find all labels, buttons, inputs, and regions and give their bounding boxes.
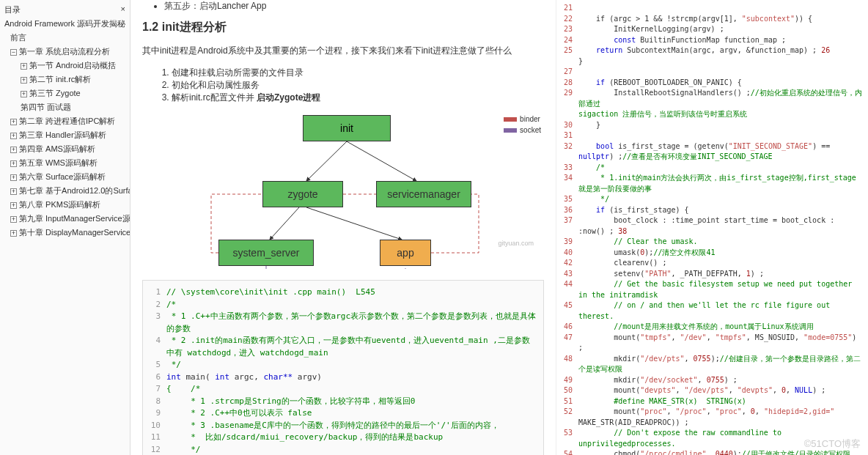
toc-tree: Android Framework 源码开发揭秘前言−第一章 系统启动流程分析+…	[1, 17, 128, 240]
code-line: 40 umask(0);//清空文件权限41	[562, 248, 862, 259]
content-pane: 第五步：启动Lancher App 1.2 init进程分析 其中init进程是…	[130, 0, 556, 455]
expand-icon[interactable]: +	[10, 174, 17, 181]
expand-icon[interactable]: +	[10, 202, 17, 209]
code-line: 28 if (REBOOT_BOOTLOADER_ON_PANIC) {	[562, 78, 862, 89]
code-line: 33 /*	[562, 163, 862, 174]
expand-icon[interactable]: +	[10, 147, 17, 153]
code-line: 30 }	[562, 120, 862, 131]
expand-icon[interactable]: +	[10, 133, 17, 139]
toc-item[interactable]: +第二章 跨进程通信IPC解析	[4, 114, 128, 128]
diagram-node-app: app	[380, 240, 431, 266]
code-line: 39 // Clear the umask.	[562, 237, 862, 248]
code-line: 12 */	[149, 444, 537, 455]
code-line: 50 mount("devpts", "/dev/pts", "devpts",…	[562, 385, 862, 396]
code-line: 22 if (argc > 1 && !strcmp(argv[1], "sub…	[562, 14, 862, 25]
toc-item[interactable]: +第二节 init.rc解析	[4, 73, 128, 86]
close-icon[interactable]: ×	[121, 4, 125, 15]
code-line: 24 const BuiltinFunctionMap function_map…	[562, 35, 862, 46]
toc-title: 目录	[4, 4, 21, 15]
toc-item[interactable]: −第一章 系统启动流程分析	[4, 45, 128, 59]
toc-item[interactable]: +第三节 Zygote	[4, 86, 128, 100]
expand-icon[interactable]: +	[21, 91, 27, 97]
code-line: 7{ /*	[149, 383, 537, 396]
code-line: 6int main( int argc, char** argv)	[149, 371, 537, 384]
intro-paragraph: 其中init进程是Android系统中及其重要的第一个进程，接下来我们来看下in…	[142, 44, 544, 58]
toc-item[interactable]: +第九章 InputManagerService源码解析	[4, 212, 128, 226]
step-item: 创建和挂载启动所需要的文件目录	[172, 67, 544, 79]
code-block-left: 1// \system\core\init\init .cpp main() L…	[142, 280, 544, 455]
code-line: 10 * 3 .basename是C库中的一个函数，得到特定的路径中的最后一个'…	[149, 420, 537, 432]
code-line: 29 InstallRebootSignalHandlers() ;//初始化重…	[562, 88, 862, 109]
diagram-credit: gityuan.com	[498, 240, 534, 247]
code-line: 44 // Get the basic filesystem setup we …	[562, 279, 862, 300]
diagram-node-zygote: zygote	[262, 181, 343, 207]
toc-item[interactable]: +第一节 Android启动概括	[4, 59, 128, 73]
toc-item[interactable]: +第三章 Handler源码解析	[4, 128, 128, 142]
code-line: 5 */	[149, 359, 537, 371]
svg-line-1	[347, 141, 416, 181]
code-line: 47 mount("tmpfs", "/dev", "tmpfs", MS_NO…	[562, 333, 862, 354]
diagram-node-systemserver: system_server	[218, 240, 314, 266]
diagram-node-init: init	[303, 115, 391, 141]
diagram-legend: bindersocket	[504, 115, 541, 137]
code-line: 23 InitKernelLogging(argv) ;	[562, 24, 862, 35]
svg-line-2	[270, 207, 299, 240]
diagram-node-servicemanager: servicemanager	[376, 181, 471, 207]
toc-item[interactable]: 第四节 面试题	[4, 100, 128, 114]
toc-item[interactable]: 前言	[4, 31, 128, 45]
code-line: 46 //mount是用来挂载文件系统的，mount属于Linux系统调用	[562, 322, 862, 333]
code-line: MAKE_STR(AID_READPROC)) ;	[562, 418, 862, 429]
code-line: 34 * 1.init的main方法会执行两次，由is_first_stage控…	[562, 173, 862, 194]
legend-item: binder	[504, 115, 541, 123]
code-line: 8 * 1 .strcmp是String的一个函数，比较字符串，相等返回0	[149, 396, 537, 408]
code-line: 11 * 比如/sdcard/miui_recovery/backup，得到的结…	[149, 432, 537, 444]
code-line: 36 if (is_first_stage) {	[562, 205, 862, 216]
code-line: 25 return SubcontextMain(argc, argv, &fu…	[562, 45, 862, 67]
toc-sidebar: 目录 × Android Framework 源码开发揭秘前言−第一章 系统启动…	[0, 0, 130, 455]
step-item: 解析init.rc配置文件并 启动Zygote进程	[172, 92, 544, 104]
expand-icon[interactable]: −	[10, 49, 17, 56]
code-line: 31	[562, 130, 862, 141]
code-line: 2/*	[149, 299, 537, 311]
svg-line-0	[306, 141, 347, 181]
code-line: 4 * 2 .init的main函数有两个其它入口，一是参数中有ueventd，…	[149, 335, 537, 359]
code-line: 42 clearenv() ;	[562, 258, 862, 269]
expand-icon[interactable]: +	[10, 119, 17, 125]
toc-item[interactable]: +第四章 AMS源码解析	[4, 142, 128, 156]
watermark: ©51CTO博客	[804, 437, 861, 451]
toc-item[interactable]: +第六章 Surface源码解析	[4, 170, 128, 184]
code-line: 48 mkdir("/dev/pts", 0755);//创建目录，第一个参数是…	[562, 354, 862, 375]
toc-item[interactable]: +第八章 PKMS源码解析	[4, 198, 128, 212]
code-line: 35 */	[562, 194, 862, 205]
toc-item[interactable]: +第十章 DisplayManagerService源码解析	[4, 226, 128, 240]
expand-icon[interactable]: +	[21, 63, 27, 70]
code-line: 21	[562, 3, 862, 14]
section-heading: 1.2 init进程分析	[142, 20, 544, 35]
code-line: 1// \system\core\init\init .cpp main() L…	[149, 286, 537, 299]
expand-icon[interactable]: +	[21, 77, 27, 84]
code-line: 37 boot_clock : :time_point start_time =…	[562, 215, 862, 237]
code-line: 43 setenv("PATH", _PATH_DEFPATH, 1) ;	[562, 269, 862, 280]
architecture-diagram: init zygote servicemanager system_server…	[189, 115, 497, 269]
code-line: 52 mount("proc", "/proc", "proc", 0, "hi…	[562, 407, 862, 418]
expand-icon[interactable]: +	[10, 230, 17, 237]
code-line: 9 * 2 .C++中0也可以表示 false	[149, 407, 537, 420]
legend-item: socket	[504, 126, 541, 134]
code-line: 45 // on / and then we'll let the rc fil…	[562, 300, 862, 322]
expand-icon[interactable]: +	[10, 216, 17, 223]
code-line: 32 bool is_first_stage = (getenv("INIT_S…	[562, 141, 862, 163]
bullet-step5: 第五步：启动Lancher App	[164, 0, 544, 12]
code-line: 27	[562, 67, 862, 78]
code-line: 49 mkdir("/dev/socket", 0755) ;	[562, 375, 862, 386]
code-block-right: 2122 if (argc > 1 && !strcmp(argv[1], "s…	[556, 0, 868, 455]
expand-icon[interactable]: +	[10, 188, 17, 195]
code-line: 3 * 1 .C++中主函数有两个参数，第一个参数argc表示参数个数，第二个参…	[149, 311, 537, 335]
toc-item[interactable]: +第七章 基于Android12.0的SurfaceFlinger源	[4, 184, 128, 198]
code-line: 51 #define MAKE_STR(x) STRING(x)	[562, 396, 862, 407]
step-item: 初始化和启动属性服务	[172, 79, 544, 92]
toc-item[interactable]: +第五章 WMS源码解析	[4, 156, 128, 170]
steps-list: 创建和挂载启动所需要的文件目录初始化和启动属性服务解析init.rc配置文件并 …	[142, 67, 544, 104]
toc-item[interactable]: Android Framework 源码开发揭秘	[4, 17, 128, 31]
expand-icon[interactable]: +	[10, 160, 17, 167]
svg-line-3	[306, 207, 402, 240]
